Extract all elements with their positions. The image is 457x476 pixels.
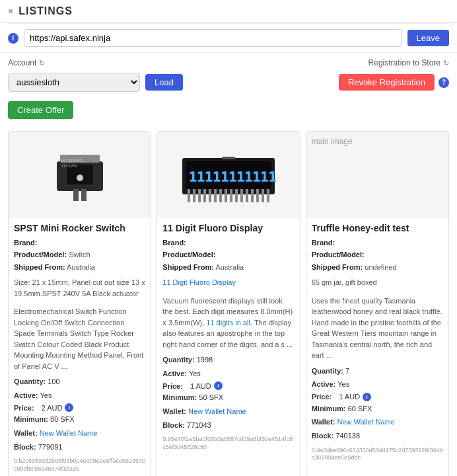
listing-title-2: 11 Digit Fluoro Display xyxy=(162,223,294,233)
svg-rect-13 xyxy=(203,189,206,202)
listing-min-1: Minimum: 80 SFX xyxy=(14,414,145,426)
registration-label: Registration to Store ↻ xyxy=(369,58,449,67)
listing-card-1: HA 250VAC T10 125V SPST Mini Rocker Swit… xyxy=(8,131,151,476)
listing-card-2: 11111111111 11 Digit Fluoro Display Bran… xyxy=(157,131,300,476)
svg-rect-3 xyxy=(73,189,79,201)
listing-shipped-3: Shipped From: undefined xyxy=(312,262,443,272)
create-offer-button[interactable]: Create Offer xyxy=(8,101,73,119)
svg-point-2 xyxy=(77,175,83,181)
listing-block-3: Block: 740138 xyxy=(312,430,443,442)
listing-hash-1: 0:b2c59593d2b05f03b0e4e009eee6fface55235… xyxy=(14,457,145,473)
listing-active-1: Active: Yes xyxy=(14,390,145,402)
page-title: LISTINGS xyxy=(18,5,73,17)
svg-rect-21 xyxy=(246,189,248,202)
account-select[interactable]: aussiesloth xyxy=(8,73,140,92)
svg-rect-15 xyxy=(214,189,217,202)
svg-text:11111111111: 11111111111 xyxy=(189,169,276,184)
listing-brand-1: Brand: xyxy=(14,238,145,248)
listing-short-3: 65 gm jar, gift boxed xyxy=(312,277,443,288)
svg-rect-23 xyxy=(256,189,259,202)
listing-price-3: Price: 1 AUD i xyxy=(312,393,443,401)
listing-qty-3: Quantity: 7 xyxy=(312,366,443,377)
leave-button[interactable]: Leave xyxy=(407,30,449,46)
account-left-controls: aussiesloth Load xyxy=(8,73,183,92)
listing-block-2: Block: 771043 xyxy=(162,420,294,432)
listing-body-2: 11 Digit Fluoro Display Brand: Product/M… xyxy=(157,218,299,476)
listing-price-2: Price: 1 AUD i xyxy=(162,381,294,390)
registration-refresh-icon[interactable]: ↻ xyxy=(443,59,449,67)
revoke-registration-button[interactable]: Revoke Registration xyxy=(339,74,435,91)
listing-min-3: Minimum: 60 SFX xyxy=(312,403,443,415)
listing-brand-2: Brand: xyxy=(162,238,294,248)
url-bar: i Leave xyxy=(0,24,457,53)
listing-product-1: Product/Model: Switch xyxy=(14,250,145,260)
svg-rect-20 xyxy=(240,189,243,202)
revoke-help-icon[interactable]: ? xyxy=(439,77,449,88)
load-button[interactable]: Load xyxy=(145,74,183,91)
url-info-icon: i xyxy=(8,33,18,44)
listing-title-1: SPST Mini Rocker Switch xyxy=(14,223,145,233)
listing-product-3: Product/Model: xyxy=(312,250,443,260)
listing-brand-3: Brand: xyxy=(312,238,443,248)
svg-rect-14 xyxy=(209,189,211,202)
listing-hash-2: 0:95e70f1e5ba0f03b0a0587cd09a8bf3be4514f… xyxy=(162,436,294,451)
svg-rect-27 xyxy=(222,157,235,159)
listing-shipped-1: Shipped From: Australia xyxy=(14,262,145,272)
account-right-controls: Revoke Registration ? xyxy=(339,74,449,91)
listing-min-2: Minimum: 50 SFX xyxy=(162,392,294,404)
svg-rect-4 xyxy=(81,189,87,201)
listing-image-2: 11111111111 xyxy=(157,132,299,218)
listing-active-2: Active: Yes xyxy=(162,368,294,380)
rocker-switch-svg: HA 250VAC T10 125V xyxy=(47,141,113,208)
price-info-icon-3: i xyxy=(363,393,371,401)
listing-wallet-3: Wallet: New Wallet Name xyxy=(312,416,443,428)
listing-body-1: SPST Mini Rocker Switch Brand: Product/M… xyxy=(9,218,151,476)
listing-body-3: Truffle Honey-edit test Brand: Product/M… xyxy=(306,218,448,476)
listing-title-3: Truffle Honey-edit test xyxy=(312,223,443,233)
url-input[interactable] xyxy=(24,29,402,47)
main-image-placeholder: main image xyxy=(306,132,448,217)
listing-func-1: Electromechanical Switch Function Lockin… xyxy=(14,306,145,372)
svg-text:T10 125V: T10 125V xyxy=(61,164,77,168)
listing-func-2: Vacuum fluorescent displays still look t… xyxy=(162,296,294,350)
svg-rect-16 xyxy=(219,189,222,202)
listing-size-1: Size: 21 x 15mm, Panel cut out size 13 x… xyxy=(14,277,145,299)
fluoro-display-svg: 11111111111 xyxy=(176,138,281,211)
listing-wallet-1: Wallet: New Wallet Name xyxy=(14,428,145,440)
listing-qty-1: Quantity: 100 xyxy=(14,376,145,388)
listing-func-3: Uses the finest quality Tasmania leather… xyxy=(312,296,443,361)
svg-rect-10 xyxy=(188,189,190,202)
listings-grid: HA 250VAC T10 125V SPST Mini Rocker Swit… xyxy=(0,126,457,476)
title-bar: × LISTINGS xyxy=(0,0,457,23)
svg-rect-12 xyxy=(198,189,201,202)
listing-card-3: main image Truffle Honey-edit test Brand… xyxy=(306,131,449,476)
listing-block-1: Block: 779091 xyxy=(14,442,145,454)
create-offer-row: Create Offer xyxy=(0,97,457,126)
svg-rect-25 xyxy=(267,189,269,202)
listing-qty-2: Quantity: 1998 xyxy=(162,354,294,366)
account-refresh-icon[interactable]: ↻ xyxy=(39,59,45,67)
svg-text:HA 250VAC: HA 250VAC xyxy=(61,159,83,163)
account-row-labels: Account ↻ Registration to Store ↻ xyxy=(0,53,457,70)
svg-rect-22 xyxy=(251,189,254,202)
listing-price-1: Price: 2 AUD i xyxy=(14,403,145,412)
svg-rect-11 xyxy=(193,189,195,202)
listing-active-3: Active: Yes xyxy=(312,379,443,391)
listing-image-3: main image xyxy=(306,132,448,218)
svg-rect-17 xyxy=(225,189,227,202)
listing-image-1: HA 250VAC T10 125V xyxy=(9,132,151,218)
account-controls: aussiesloth Load Revoke Registration ? xyxy=(0,70,457,97)
account-label: Account ↻ xyxy=(8,58,45,67)
listing-product-2: Product/Model: xyxy=(162,250,294,260)
listing-hash-3: 0:da3dbe696c674330d50d4175c2d7593920f36d… xyxy=(312,447,443,462)
close-icon[interactable]: × xyxy=(8,6,13,17)
listing-short-2: 11 Digit Fluoro Display xyxy=(162,277,294,288)
svg-rect-24 xyxy=(262,189,264,202)
price-info-icon-2: i xyxy=(214,381,223,390)
listing-wallet-2: Wallet: New Wallet Name xyxy=(162,406,294,418)
svg-rect-19 xyxy=(235,189,238,202)
listing-shipped-2: Shipped From: Australia xyxy=(162,262,294,272)
price-info-icon-1: i xyxy=(65,403,73,412)
svg-rect-18 xyxy=(230,189,232,202)
